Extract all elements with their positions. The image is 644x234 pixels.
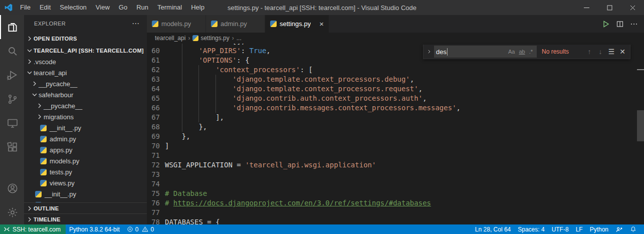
menu-view[interactable]: View — [91, 0, 114, 15]
extensions-icon[interactable] — [0, 135, 24, 159]
line-number: 65 — [147, 94, 160, 103]
code-line[interactable]: 77 — [147, 208, 637, 217]
tree-item--init-py[interactable]: __init__.py — [24, 122, 147, 133]
code-line[interactable]: 67 ], — [147, 113, 637, 122]
editor-scrollbar[interactable] — [637, 44, 644, 224]
menu-run[interactable]: Run — [132, 0, 153, 15]
python-file-icon — [35, 191, 42, 197]
source-control-icon[interactable] — [0, 87, 24, 111]
text-cursor — [447, 48, 448, 56]
window-controls — [575, 0, 644, 15]
code-line[interactable]: 70] — [147, 141, 637, 151]
chevron-down-icon — [26, 47, 34, 55]
project-root-section[interactable]: TEARCELL_API [SSH: TEARCELL.COM] — [24, 45, 147, 56]
code-line[interactable]: 63 'django.template.context_processors.d… — [147, 75, 637, 84]
scrollbar-thumb[interactable] — [637, 110, 644, 141]
run-debug-icon[interactable] — [0, 63, 24, 87]
regex-button[interactable]: .* — [527, 49, 535, 55]
code-line[interactable]: 68 }, — [147, 122, 637, 132]
line-number: 66 — [147, 103, 160, 113]
outline-section[interactable]: OUTLINE — [24, 202, 147, 213]
tab-admin-py[interactable]: admin.py — [206, 15, 265, 33]
tree-item-apps-py[interactable]: apps.py — [24, 144, 147, 155]
close-button[interactable] — [621, 0, 644, 15]
previous-match-icon[interactable]: ↑ — [584, 48, 595, 56]
tree-item--pycache-[interactable]: __pycache__ — [24, 100, 147, 111]
close-find-icon[interactable]: ✕ — [617, 48, 628, 56]
match-case-button[interactable]: Aa — [506, 49, 517, 55]
code-line[interactable]: 64 'django.template.context_processors.r… — [147, 84, 637, 94]
code-text: 'APP_DIRS': True, — [160, 46, 271, 56]
code-line[interactable]: 65 'django.contrib.auth.context_processo… — [147, 94, 637, 103]
settings-gear-icon[interactable] — [0, 200, 24, 224]
language-mode[interactable]: Python — [586, 224, 612, 234]
problems-indicator[interactable]: 0 0 — [123, 224, 157, 234]
menu-selection[interactable]: Selection — [55, 0, 91, 15]
code-line[interactable]: 69 }, — [147, 132, 637, 141]
remote-indicator[interactable]: SSH: tearcell.com — [0, 224, 66, 234]
maximize-button[interactable] — [598, 0, 621, 15]
code-line[interactable]: 73 — [147, 170, 637, 179]
chevron-right-icon: › — [232, 35, 234, 42]
tree-item-admin-py[interactable]: admin.py — [24, 133, 147, 144]
menu-edit[interactable]: Edit — [35, 0, 55, 15]
tab-models-py[interactable]: models.py — [147, 15, 206, 33]
eol-setting[interactable]: LF — [572, 224, 586, 234]
code-editor[interactable]: 59 'DIRS': [],60 'APP_DIRS': True,61 'OP… — [147, 44, 637, 224]
account-icon[interactable] — [0, 176, 24, 200]
search-icon[interactable] — [0, 39, 24, 63]
next-match-icon[interactable]: ↓ — [595, 48, 606, 56]
chevron-right-icon — [31, 80, 39, 88]
code-line[interactable]: 78DATABASES = { — [147, 217, 637, 224]
code-line[interactable]: 74 — [147, 179, 637, 189]
minimize-button[interactable] — [575, 0, 598, 15]
timeline-section[interactable]: TIMELINE — [24, 213, 147, 224]
breadcrumb-folder[interactable]: tearcell_api — [155, 35, 185, 42]
python-interpreter[interactable]: Python 3.8.2 64-bit — [66, 224, 123, 234]
indentation-setting[interactable]: Spaces: 4 — [514, 224, 548, 234]
code-line[interactable]: 76# https://docs.djangoproject.com/en/3.… — [147, 198, 637, 208]
menu-go[interactable]: Go — [114, 0, 132, 15]
code-text: ], — [160, 113, 224, 122]
open-editors-section[interactable]: OPEN EDITORS — [24, 32, 147, 45]
tree-item-safeharbour[interactable]: safeharbour — [24, 89, 147, 100]
remote-explorer-icon[interactable] — [0, 111, 24, 135]
tree-item-migrations[interactable]: migrations — [24, 111, 147, 122]
find-in-selection-icon[interactable]: ☰ — [606, 48, 617, 56]
more-actions-icon[interactable] — [627, 15, 641, 33]
encoding-setting[interactable]: UTF-8 — [548, 224, 572, 234]
menu-help[interactable]: Help — [186, 0, 209, 15]
tree-item-views-py[interactable]: views.py — [24, 177, 147, 188]
tree-item-tests-py[interactable]: tests.py — [24, 166, 147, 177]
notifications-bell-icon[interactable] — [626, 224, 640, 234]
code-text — [160, 179, 165, 189]
tree-item--init-py[interactable]: __init__.py — [24, 188, 147, 199]
split-editor-button[interactable] — [613, 15, 627, 33]
more-actions-icon[interactable]: ⋯ — [132, 19, 140, 28]
code-line[interactable]: 71 — [147, 151, 637, 160]
find-input[interactable]: des Aa ab .* — [434, 46, 537, 58]
menu-terminal[interactable]: Terminal — [153, 0, 186, 15]
find-expand-chevron-icon[interactable] — [425, 49, 433, 54]
tree-item-models-py[interactable]: models.py — [24, 155, 147, 166]
tree-item-tearcell-api[interactable]: tearcell_api — [24, 67, 147, 78]
close-tab-icon[interactable]: × — [319, 20, 324, 28]
code-line[interactable]: 72WSGI_APPLICATION = 'tearcell_api.wsgi.… — [147, 160, 637, 170]
python-file-icon — [40, 158, 47, 164]
cursor-position[interactable]: Ln 28, Col 64 — [472, 224, 514, 234]
run-python-file-button[interactable] — [599, 15, 613, 33]
tree-item-label: __init__.py — [45, 190, 76, 198]
whole-word-button[interactable]: ab — [517, 49, 527, 55]
breadcrumb-symbol[interactable]: ... — [237, 35, 242, 42]
tab-settings-py[interactable]: settings.py× — [265, 15, 329, 33]
code-line[interactable]: 62 'context_processors': [ — [147, 65, 637, 75]
tree-item--vscode[interactable]: .vscode — [24, 56, 147, 67]
tree-item--pycache-[interactable]: __pycache__ — [24, 78, 147, 89]
breadcrumb-file[interactable]: settings.py — [200, 35, 229, 42]
menu-file[interactable]: File — [16, 0, 35, 15]
feedback-icon[interactable] — [612, 224, 626, 234]
code-line[interactable]: 66 'django.contrib.messages.context_proc… — [147, 103, 637, 113]
code-line[interactable]: 75# Database — [147, 189, 637, 198]
files-icon[interactable] — [0, 15, 24, 39]
line-number: 67 — [147, 113, 160, 122]
